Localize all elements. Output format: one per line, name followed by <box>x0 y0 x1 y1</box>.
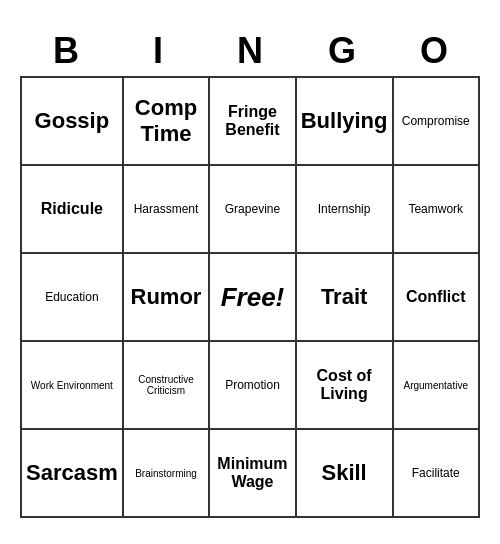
bingo-cell-r0-c1: Comp Time <box>124 78 210 166</box>
bingo-cell-r2-c4: Conflict <box>394 254 481 342</box>
bingo-cell-r0-c0: Gossip <box>22 78 124 166</box>
bingo-cell-r1-c3: Internship <box>297 166 394 254</box>
bingo-cell-r2-c3: Trait <box>297 254 394 342</box>
bingo-cell-r4-c3: Skill <box>297 430 394 518</box>
bingo-cell-r4-c2: Minimum Wage <box>210 430 296 518</box>
bingo-header: BINGO <box>20 26 480 76</box>
bingo-cell-r1-c0: Ridicule <box>22 166 124 254</box>
header-letter-I: I <box>112 26 204 76</box>
bingo-cell-r3-c2: Promotion <box>210 342 296 430</box>
bingo-cell-r4-c0: Sarcasm <box>22 430 124 518</box>
bingo-cell-r2-c1: Rumor <box>124 254 210 342</box>
bingo-card: BINGO GossipComp TimeFringe BenefitBully… <box>20 26 480 518</box>
bingo-cell-r2-c0: Education <box>22 254 124 342</box>
header-letter-G: G <box>296 26 388 76</box>
bingo-cell-r4-c4: Facilitate <box>394 430 481 518</box>
bingo-cell-r0-c3: Bullying <box>297 78 394 166</box>
bingo-cell-r2-c2: Free! <box>210 254 296 342</box>
bingo-cell-r3-c4: Argumentative <box>394 342 481 430</box>
bingo-cell-r0-c4: Compromise <box>394 78 481 166</box>
bingo-cell-r1-c1: Harassment <box>124 166 210 254</box>
bingo-grid: GossipComp TimeFringe BenefitBullyingCom… <box>20 76 480 518</box>
bingo-cell-r3-c3: Cost of Living <box>297 342 394 430</box>
bingo-cell-r1-c2: Grapevine <box>210 166 296 254</box>
bingo-cell-r3-c0: Work Environment <box>22 342 124 430</box>
bingo-cell-r3-c1: Constructive Criticism <box>124 342 210 430</box>
header-letter-N: N <box>204 26 296 76</box>
bingo-cell-r4-c1: Brainstorming <box>124 430 210 518</box>
bingo-cell-r1-c4: Teamwork <box>394 166 481 254</box>
bingo-cell-r0-c2: Fringe Benefit <box>210 78 296 166</box>
header-letter-O: O <box>388 26 480 76</box>
header-letter-B: B <box>20 26 112 76</box>
